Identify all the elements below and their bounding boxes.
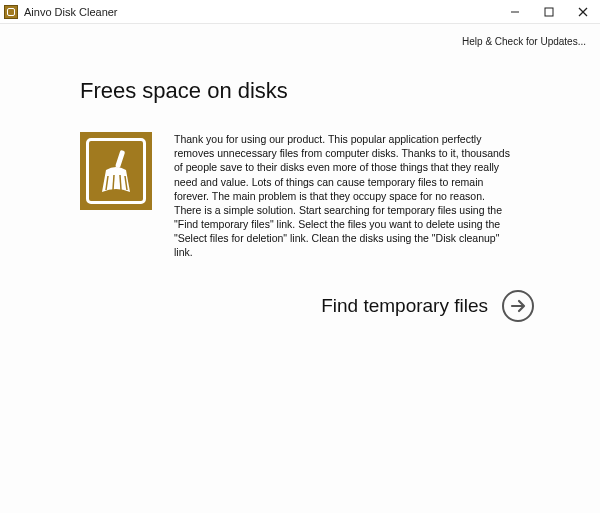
close-button[interactable] [566, 0, 600, 23]
svg-line-7 [120, 175, 121, 190]
app-icon-small [4, 5, 18, 19]
page-title: Frees space on disks [80, 78, 552, 104]
find-temporary-files-link[interactable]: Find temporary files [321, 295, 488, 317]
action-row: Find temporary files [80, 290, 552, 322]
main-content: Frees space on disks Thank you for using… [0, 24, 600, 322]
maximize-button[interactable] [532, 0, 566, 23]
description-text: Thank you for using our product. This po… [174, 132, 514, 260]
arrow-right-icon[interactable] [502, 290, 534, 322]
help-updates-link[interactable]: Help & Check for Updates... [462, 36, 586, 47]
svg-rect-1 [545, 8, 553, 16]
broom-icon [80, 132, 152, 210]
window-title: Ainvo Disk Cleaner [24, 6, 498, 18]
svg-rect-4 [115, 150, 125, 169]
body-row: Thank you for using our product. This po… [80, 132, 552, 260]
svg-line-6 [113, 175, 114, 190]
minimize-button[interactable] [498, 0, 532, 23]
window-controls [498, 0, 600, 23]
titlebar: Ainvo Disk Cleaner [0, 0, 600, 24]
